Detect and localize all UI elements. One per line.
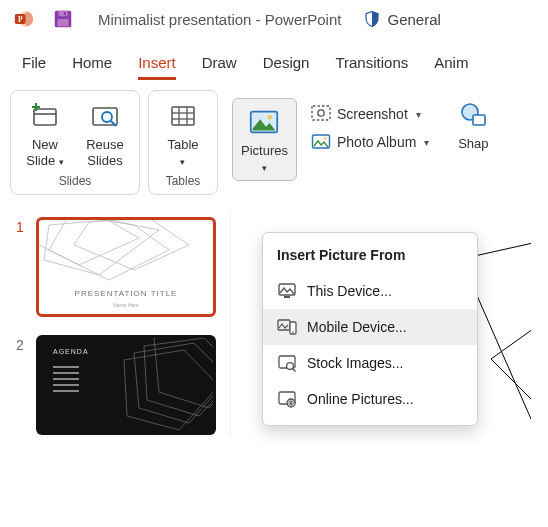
svg-marker-33 (124, 350, 216, 430)
chevron-down-icon: ▾ (416, 109, 421, 120)
tab-draw[interactable]: Draw (202, 54, 237, 80)
svg-point-46 (287, 363, 294, 370)
slide2-content-lines (53, 366, 79, 392)
slide1-title-text: PRESENTATION TITLE (39, 289, 213, 298)
thumbnail-number: 2 (16, 335, 26, 353)
svg-point-44 (292, 331, 294, 333)
dropdown-item-online-pictures[interactable]: Online Pictures... (263, 381, 477, 417)
shapes-button[interactable]: Shap (449, 98, 497, 152)
new-slide-icon (28, 99, 62, 133)
svg-rect-4 (58, 11, 67, 17)
ribbon: New Slide ▾ Reuse Slides Slides (10, 90, 548, 195)
tab-design[interactable]: Design (263, 54, 310, 80)
slide-thumbnail-2[interactable]: AGENDA (36, 335, 216, 435)
svg-rect-21 (312, 106, 330, 120)
thumbnail-row-1: 1 PRESENTATION TITLE Name Here (16, 217, 222, 317)
reuse-slides-button[interactable]: Reuse Slides (81, 99, 129, 168)
dropdown-header: Insert Picture From (263, 243, 477, 273)
chevron-down-icon: ▾ (262, 163, 267, 173)
thumbnail-number: 1 (16, 217, 26, 235)
device-icon (277, 281, 297, 301)
powerpoint-app-icon: P (14, 9, 34, 29)
slide-thumbnails-panel: 1 PRESENTATION TITLE Name Here 2 (0, 209, 230, 435)
svg-rect-40 (279, 284, 295, 295)
svg-point-20 (268, 115, 273, 120)
photo-album-button[interactable]: Photo Album ▾ (311, 132, 429, 152)
svg-line-47 (293, 369, 296, 372)
title-bar: P Minimalist presentation - PowerPoint G… (0, 0, 548, 36)
screenshot-button[interactable]: Screenshot ▾ (311, 104, 429, 124)
chevron-down-icon: ▾ (424, 137, 429, 148)
svg-marker-28 (49, 220, 169, 280)
dropdown-item-mobile-device[interactable]: Mobile Device... (263, 309, 477, 345)
tables-group-caption: Tables (166, 174, 201, 188)
svg-line-37 (491, 309, 531, 359)
ribbon-group-shapes: Shap (443, 90, 503, 160)
new-slide-button[interactable]: New Slide ▾ (21, 99, 69, 168)
svg-text:P: P (18, 15, 23, 24)
pictures-button[interactable]: Pictures▾ (232, 98, 297, 181)
svg-point-12 (102, 112, 112, 122)
shapes-label: Shap (458, 136, 488, 152)
table-icon (166, 99, 200, 133)
tab-home[interactable]: Home (72, 54, 112, 80)
slides-group-caption: Slides (59, 174, 92, 188)
svg-rect-6 (64, 12, 66, 16)
ribbon-group-tables: Table▾ Tables (148, 90, 218, 195)
svg-marker-29 (74, 220, 189, 270)
table-button[interactable]: Table▾ (159, 99, 207, 168)
chevron-down-icon: ▾ (180, 157, 185, 167)
dropdown-item-this-device[interactable]: This Device... (263, 273, 477, 309)
pictures-icon (247, 105, 281, 139)
sensitivity-label[interactable]: General (363, 10, 440, 28)
ribbon-group-images: Pictures▾ Screenshot ▾ (226, 90, 435, 189)
new-slide-label: New Slide ▾ (26, 137, 64, 168)
photo-album-icon (311, 132, 331, 152)
document-title: Minimalist presentation - PowerPoint (98, 11, 341, 28)
thumbnail-row-2: 2 AGENDA (16, 335, 222, 435)
svg-rect-14 (172, 107, 194, 125)
shield-icon (363, 10, 381, 28)
slide2-title-text: AGENDA (53, 348, 89, 355)
svg-rect-41 (284, 296, 290, 298)
tab-insert[interactable]: Insert (138, 54, 176, 80)
svg-point-24 (324, 137, 327, 140)
insert-picture-dropdown: Insert Picture From This Device... Mobil… (262, 232, 478, 426)
ribbon-group-slides: New Slide ▾ Reuse Slides Slides (10, 90, 140, 195)
slide-thumbnail-1[interactable]: PRESENTATION TITLE Name Here (36, 217, 216, 317)
svg-point-22 (318, 110, 324, 116)
ribbon-tabs: File Home Insert Draw Design Transitions… (0, 36, 548, 80)
save-icon[interactable] (52, 8, 74, 30)
chevron-down-icon: ▾ (59, 157, 64, 167)
svg-marker-30 (39, 220, 139, 265)
tab-animations[interactable]: Anim (434, 54, 468, 80)
mobile-icon (277, 317, 297, 337)
pictures-label: Pictures▾ (241, 143, 288, 174)
screenshot-icon (311, 104, 331, 124)
online-pictures-icon (277, 389, 297, 409)
svg-rect-26 (473, 115, 485, 125)
slide1-subtitle-text: Name Here (39, 302, 213, 308)
svg-line-38 (491, 359, 531, 429)
stock-images-icon (277, 353, 297, 373)
table-label: Table▾ (167, 137, 198, 168)
svg-rect-42 (278, 320, 290, 330)
tab-transitions[interactable]: Transitions (335, 54, 408, 80)
reuse-slides-icon (88, 99, 122, 133)
reuse-slides-label: Reuse Slides (86, 137, 124, 168)
dropdown-item-stock-images[interactable]: Stock Images... (263, 345, 477, 381)
tab-file[interactable]: File (22, 54, 46, 80)
svg-rect-7 (34, 109, 56, 125)
svg-rect-5 (58, 19, 69, 26)
shapes-icon (456, 98, 490, 132)
